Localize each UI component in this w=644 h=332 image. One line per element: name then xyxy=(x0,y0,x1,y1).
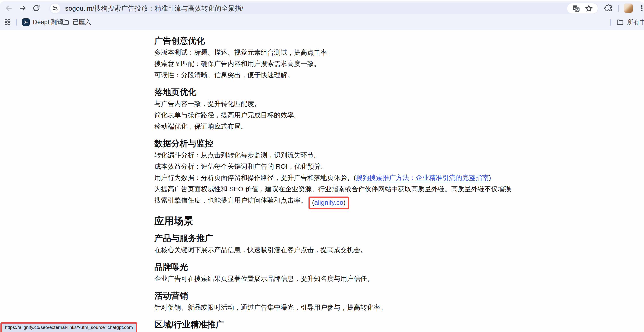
back-arrow-icon xyxy=(5,4,13,12)
browser-menu-button[interactable] xyxy=(637,3,644,13)
status-url-text: https://alignify.co/seo/external-links/?… xyxy=(5,325,133,330)
inline-link[interactable]: 搜狗搜索推广方法：企业精准引流的完整指南 xyxy=(356,174,489,181)
browser-chrome: sogou.im/搜狗搜索广告投放：精准引流与高效转化的全景指/ G文 xyxy=(0,1,644,30)
forward-arrow-icon xyxy=(18,4,27,12)
omnibox-action-chip: G文 xyxy=(567,3,598,13)
bookmark-label: 已匯入 xyxy=(73,18,91,26)
bookmark-item-imported[interactable]: 已匯入 xyxy=(62,15,91,29)
paragraph: 搜索意图匹配：确保广告内容和用户搜索需求高度一致。 xyxy=(154,58,513,69)
folder-icon xyxy=(62,18,70,26)
paren-text: ( xyxy=(354,174,356,181)
paragraph: 企业广告可在搜索结果页显著位置展示品牌信息，提升知名度与用户信任。 xyxy=(154,273,513,284)
bookmark-star-button[interactable] xyxy=(585,4,593,12)
annotation-red-box: (alignify.co) xyxy=(308,197,349,209)
paren-text: ) xyxy=(489,174,491,181)
paragraph: 针对促销、新品或限时活动，通过广告集中曝光，引导用户参与，提高转化率。 xyxy=(154,302,513,313)
paragraph: 成本效益分析：评估每个关键词和广告的 ROI，优化预算。 xyxy=(154,161,513,172)
navigation-toolbar: sogou.im/搜狗搜索广告投放：精准引流与高效转化的全景指/ G文 xyxy=(0,1,644,15)
paren-text: ) xyxy=(343,199,346,206)
section-heading: 品牌曝光 xyxy=(154,262,513,272)
reload-button[interactable] xyxy=(32,3,41,13)
section-heading: 产品与服务推广 xyxy=(154,233,513,244)
deepl-icon xyxy=(22,18,30,26)
back-button[interactable] xyxy=(4,3,14,13)
translate-icon: G文 xyxy=(572,4,580,12)
section-heading: 数据分析与监控 xyxy=(154,138,513,149)
tune-icon xyxy=(52,5,58,11)
paragraph: 为提高广告页面权威性和 SEO 价值，建议在企业资源、行业指南或合作伙伴网站中获… xyxy=(154,183,513,209)
paragraph: 结合地域和行业关键词，实现特定市场或客户群覆盖，帮助企业拓展市场。 xyxy=(154,331,513,332)
browser-window: sogou.im/搜狗搜索广告投放：精准引流与高效转化的全景指/ G文 xyxy=(0,0,644,332)
paragraph: 转化漏斗分析：从点击到转化每步监测，识别流失环节。 xyxy=(154,149,513,161)
translate-button[interactable]: G文 xyxy=(572,4,580,12)
svg-text:文: 文 xyxy=(576,7,579,11)
paragraph-text: 用户行为数据：分析页面停留和操作路径，提升广告和落地页体验。 xyxy=(154,174,354,181)
forward-button[interactable] xyxy=(18,3,28,13)
puzzle-icon xyxy=(604,4,613,12)
bookmark-item-deepl[interactable]: DeepL翻译 xyxy=(22,15,64,29)
bookmark-label: DeepL翻译 xyxy=(33,18,64,26)
url-domain: sogou.im xyxy=(65,5,92,12)
folder-icon xyxy=(616,18,624,26)
omnibox-address-bar[interactable]: sogou.im/搜狗搜索广告投放：精准引流与高效转化的全景指/ G文 xyxy=(49,3,598,14)
paragraph: 多版本测试：标题、描述、视觉元素组合测试，提高点击率。 xyxy=(154,47,513,58)
article: 广告创意优化多版本测试：标题、描述、视觉元素组合测试，提高点击率。搜索意图匹配：… xyxy=(154,35,513,332)
bookmarks-bar: DeepL翻译 已匯入 所有书签 xyxy=(0,15,644,30)
star-icon xyxy=(585,4,593,12)
section-heading: 区域/行业精准推广 xyxy=(154,319,513,330)
all-bookmarks-label: 所有书签 xyxy=(627,18,644,26)
kebab-menu-icon xyxy=(638,4,644,12)
profile-avatar-button[interactable] xyxy=(624,3,633,13)
url-path: /搜狗搜索广告投放：精准引流与高效转化的全景指/ xyxy=(92,5,243,12)
paragraph: 用户行为数据：分析页面停留和操作路径，提升广告和落地页体验。(搜狗搜索推广方法：… xyxy=(154,172,513,183)
apps-grid-icon xyxy=(4,18,11,26)
all-bookmarks-button[interactable]: 所有书签 xyxy=(616,15,644,29)
section-heading: 广告创意优化 xyxy=(154,35,513,46)
avatar-image xyxy=(624,3,633,13)
paragraph: 移动端优化，保证响应式布局。 xyxy=(154,121,513,132)
inline-link[interactable]: alignify.co xyxy=(314,199,343,206)
paragraph: 简化表单与操作路径，提高用户完成目标的效率。 xyxy=(154,109,513,121)
reload-icon xyxy=(32,4,40,12)
apps-grid-button[interactable] xyxy=(3,17,12,27)
paragraph: 与广告内容一致，提升转化匹配度。 xyxy=(154,98,513,109)
page-content: 广告创意优化多版本测试：标题、描述、视觉元素组合测试，提高点击率。搜索意图匹配：… xyxy=(0,30,644,332)
paragraph: 可读性：分段清晰、信息突出，便于快速理解。 xyxy=(154,69,513,81)
section-heading: 应用场景 xyxy=(154,215,513,227)
toolbar-divider xyxy=(618,5,619,12)
paren-text: ( xyxy=(312,199,314,206)
section-heading: 活动营销 xyxy=(154,290,513,301)
bookmarks-right-divider xyxy=(610,19,611,26)
site-info-button[interactable] xyxy=(50,3,60,13)
url-text: sogou.im/搜狗搜索广告投放：精准引流与高效转化的全景指/ xyxy=(65,3,244,14)
section-heading: 落地页优化 xyxy=(154,87,513,97)
extensions-button[interactable] xyxy=(604,3,614,13)
paragraph: 在核心关键词下展示产品信息，快速吸引潜在客户点击，提高成交机会。 xyxy=(154,244,513,255)
link-preview-status-bubble: https://alignify.co/seo/external-links/?… xyxy=(0,322,137,332)
bookmarks-divider xyxy=(16,19,16,26)
